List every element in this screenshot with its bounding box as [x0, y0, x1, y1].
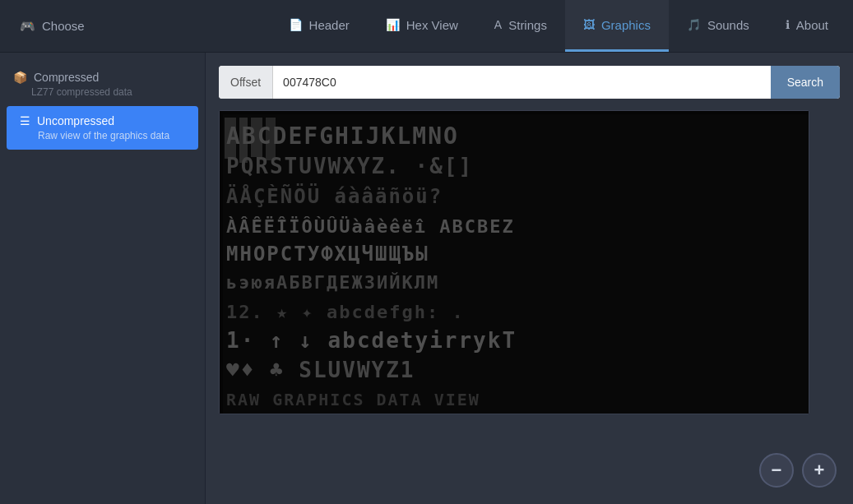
strings-icon: A — [494, 18, 502, 31]
tab-sounds[interactable]: 🎵 Sounds — [669, 0, 767, 52]
svg-text:PQRSTUVWXYZ. ·&[]: PQRSTUVWXYZ. ·&[] — [226, 154, 473, 178]
svg-text:1· ↑ ↓  abcdetyirrykT: 1· ↑ ↓ abcdetyirrykT — [226, 328, 517, 353]
choose-label: Choose — [42, 19, 85, 33]
svg-text:ьэюяАБВГДЕЖЗИЙКЛМ: ьэюяАБВГДЕЖЗИЙКЛМ — [226, 272, 439, 293]
sidebar-item-uncompressed[interactable]: ☰ Uncompressed Raw view of the graphics … — [7, 106, 198, 150]
tab-strings-label: Strings — [508, 18, 547, 32]
zoom-out-button[interactable]: − — [759, 453, 794, 488]
svg-text:МНОРСТУФХЦЧШЩЪЫ: МНОРСТУФХЦЧШЩЪЫ — [226, 243, 429, 266]
nav-tabs: 📄 Header 📊 Hex View A Strings 🖼 Graphics… — [271, 0, 846, 52]
zoom-in-button[interactable]: + — [802, 453, 837, 488]
tab-hexview-label: Hex View — [406, 18, 458, 32]
graphics-view: ABCDEFGHIJKLMNOPQRSTUVWXYZ. ·&[]ÄÅÇÈÑÖÜ … — [219, 110, 809, 414]
tab-sounds-label: Sounds — [707, 18, 749, 32]
svg-text:ABCDEFGHIJKLMNO: ABCDEFGHIJKLMNO — [226, 123, 459, 150]
tab-about[interactable]: ℹ About — [767, 0, 846, 52]
svg-text:ÄÅÇÈÑÖÜ áàâäñöü?: ÄÅÇÈÑÖÜ áàâäñöü? — [226, 183, 443, 208]
svg-text:RAW GRAPHICS DATA VIEW: RAW GRAPHICS DATA VIEW — [226, 390, 480, 409]
tab-graphics-label: Graphics — [601, 18, 651, 32]
offset-label: Offset — [219, 66, 273, 99]
choose-icon: 🎮 — [20, 19, 35, 34]
svg-text:♥♦ ♣ SLUVWYZ1: ♥♦ ♣ SLUVWYZ1 — [226, 358, 415, 382]
compressed-title: 📦 Compressed — [13, 71, 192, 84]
char-display: ABCDEFGHIJKLMNOPQRSTUVWXYZ. ·&[]ÄÅÇÈÑÖÜ … — [220, 111, 809, 414]
tab-strings[interactable]: A Strings — [476, 0, 565, 52]
content-area: Offset Search ABCDEFGHIJKLMNOPQRSTUVWXYZ… — [206, 53, 853, 504]
uncompressed-icon: ☰ — [20, 114, 30, 127]
uncompressed-title: ☰ Uncompressed — [20, 114, 185, 127]
graphics-icon: 🖼 — [583, 18, 595, 31]
navbar: 🎮 Choose 📄 Header 📊 Hex View A Strings 🖼… — [0, 0, 853, 53]
sounds-icon: 🎵 — [687, 18, 701, 31]
tab-header[interactable]: 📄 Header — [271, 0, 368, 52]
about-icon: ℹ — [786, 18, 790, 31]
zoom-controls: − + — [759, 453, 837, 488]
offset-input[interactable] — [273, 66, 771, 99]
sidebar: 📦 Compressed LZ77 compressed data ☰ Unco… — [0, 53, 206, 504]
uncompressed-subtitle: Raw view of the graphics data — [20, 130, 185, 141]
svg-text:ÀÂÊËÎÏÔÙÛÜàâèêëî ABCBEZ: ÀÂÊËÎÏÔÙÛÜàâèêëî ABCBEZ — [226, 216, 515, 237]
header-icon: 📄 — [289, 18, 303, 31]
main-container: 📦 Compressed LZ77 compressed data ☰ Unco… — [0, 53, 853, 504]
tab-header-label: Header — [309, 18, 350, 32]
search-button[interactable]: Search — [771, 66, 840, 99]
tab-hexview[interactable]: 📊 Hex View — [368, 0, 476, 52]
hexview-icon: 📊 — [386, 18, 400, 31]
compressed-subtitle: LZ77 compressed data — [13, 86, 192, 98]
compressed-icon: 📦 — [13, 71, 27, 84]
tab-about-label: About — [796, 18, 828, 32]
choose-button[interactable]: 🎮 Choose — [7, 0, 98, 52]
svg-text:12. ★ ✦  abcdefgh:  .: 12. ★ ✦ abcdefgh: . — [226, 302, 465, 322]
sidebar-item-compressed[interactable]: 📦 Compressed LZ77 compressed data — [0, 62, 205, 106]
search-bar: Offset Search — [219, 66, 840, 99]
tab-graphics[interactable]: 🖼 Graphics — [565, 0, 669, 52]
